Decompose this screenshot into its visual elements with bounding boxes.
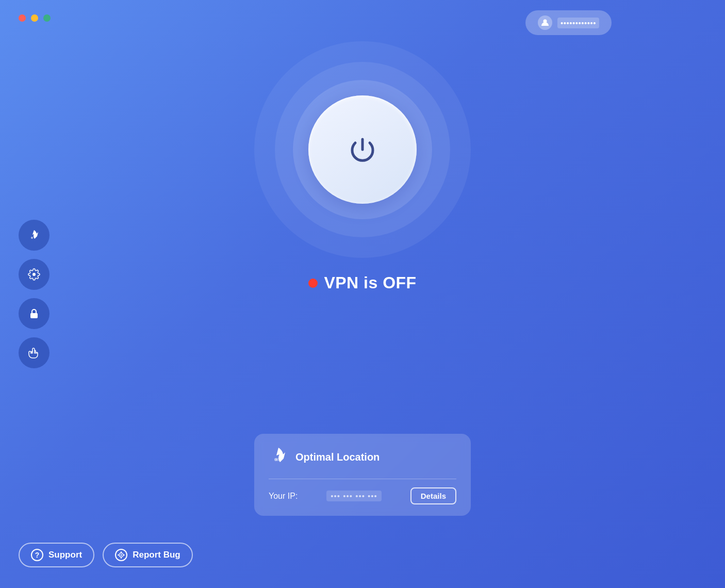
report-bug-label: Report Bug: [133, 550, 180, 560]
rocket-icon: [27, 228, 41, 242]
power-button[interactable]: [308, 95, 417, 204]
sidebar-item-settings[interactable]: [19, 259, 50, 290]
user-icon: [538, 15, 552, 30]
ip-value: ••• ••• ••• •••: [326, 491, 382, 501]
ring-outer: [254, 41, 471, 258]
vpn-status-text: VPN is OFF: [324, 273, 416, 292]
status-dot: [308, 279, 318, 288]
info-card: Optimal Location Your IP: ••• ••• ••• ••…: [254, 434, 471, 516]
support-button[interactable]: ? Support: [19, 543, 94, 567]
power-area: VPN is OFF: [254, 41, 471, 292]
svg-rect-2: [30, 313, 38, 318]
sidebar-item-security[interactable]: [19, 298, 50, 329]
report-bug-button[interactable]: Report Bug: [103, 543, 193, 567]
traffic-light-maximize[interactable]: [43, 14, 51, 22]
gear-icon: [28, 268, 40, 281]
rocket-location-svg: [269, 445, 288, 465]
bottom-bar: ? Support Report Bug: [19, 543, 193, 567]
support-icon: ?: [31, 549, 43, 561]
svg-point-1: [31, 237, 33, 239]
sidebar: [19, 220, 50, 368]
hand-icon: [28, 347, 40, 359]
ip-row: Your IP: ••• ••• ••• ••• Details: [269, 487, 456, 504]
sidebar-item-blocker[interactable]: [19, 337, 50, 368]
ring-mid: [275, 62, 450, 237]
account-button[interactable]: ••••••••••••: [525, 10, 612, 35]
ip-label: Your IP:: [269, 492, 298, 501]
location-label: Optimal Location: [295, 451, 380, 463]
details-button[interactable]: Details: [410, 487, 456, 504]
user-svg: [541, 19, 549, 27]
traffic-light-close[interactable]: [19, 14, 26, 22]
location-row: Optimal Location: [269, 445, 456, 479]
traffic-lights: [19, 14, 51, 22]
bug-svg: [117, 551, 125, 559]
account-email: ••••••••••••: [557, 18, 599, 28]
svg-point-4: [274, 458, 277, 461]
sidebar-item-speed[interactable]: [19, 220, 50, 251]
ring-inner: [293, 80, 432, 219]
power-icon: [342, 129, 383, 170]
vpn-status: VPN is OFF: [308, 273, 416, 292]
bug-icon: [115, 549, 127, 561]
svg-point-6: [121, 554, 122, 556]
lock-icon: [28, 308, 40, 319]
support-label: Support: [48, 550, 82, 560]
location-rocket-icon: [269, 445, 288, 469]
traffic-light-minimize[interactable]: [31, 14, 38, 22]
